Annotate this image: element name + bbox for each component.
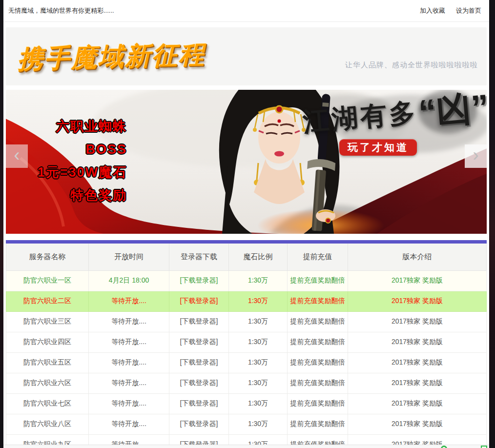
cell-version-info: 2017独家 奖励版: [348, 373, 487, 393]
table-row: 防官六职业七区 等待开放.... [下载登录器] 1:30万 提前充值奖励翻倍 …: [6, 393, 487, 414]
carousel-prev-icon[interactable]: ‹: [6, 144, 28, 168]
cell-open-time: 等待开放....: [89, 414, 169, 434]
bottom-edge-strip: [3, 445, 489, 448]
cell-open-time: 等待开放....: [89, 291, 169, 311]
banner-promo-text: 六职业蜘蛛BOSS 1元=30W魔石 特色奖励: [21, 115, 127, 207]
cell-stone-ratio: 1:30万: [229, 291, 288, 311]
table-row: 防官六职业五区 等待开放.... [下载登录器] 1:30万 提前充值奖励翻倍 …: [6, 352, 487, 373]
table-row: 防官六职业一区 4月2日 18:00 [下载登录器] 1:30万 提前充值奖励翻…: [6, 270, 487, 291]
cell-version-info: 2017独家 奖励版: [348, 414, 487, 434]
cell-pre-recharge: 提前充值奖励翻倍: [288, 291, 348, 311]
cell-version-info: 2017独家 奖励版: [348, 332, 487, 352]
table-header-row: 服务器名称 开放时间 登录器下载 魔石比例 提前充值 版本介绍: [6, 244, 487, 270]
cell-open-time: 等待开放....: [89, 311, 169, 332]
cell-version-info: 2017独家 奖励版: [348, 291, 487, 311]
cell-open-time: 等待开放....: [89, 393, 169, 414]
cell-pre-recharge: 提前充值奖励翻倍: [288, 352, 348, 373]
col-open-time: 开放时间: [89, 244, 169, 270]
cell-stone-ratio: 1:30万: [229, 332, 288, 352]
promo-line-2: 1元=30W魔石: [21, 161, 127, 184]
cell-server-name: 防官六职业二区: [6, 291, 89, 311]
add-favorite-link[interactable]: 加入收藏: [420, 6, 445, 15]
col-version-info: 版本介绍: [348, 244, 487, 270]
cell-server-name: 防官六职业六区: [6, 373, 89, 393]
cell-stone-ratio: 1:30万: [229, 373, 288, 393]
server-table: 服务器名称 开放时间 登录器下载 魔石比例 提前充值 版本介绍 防官六职业一区 …: [6, 244, 487, 448]
banner-badge: 玩了才知道: [339, 139, 417, 156]
top-bar: 无情魔域，魔域的世界有你更精彩...... 加入收藏 设为首页: [3, 0, 489, 22]
cell-pre-recharge: 提前充值奖励翻倍: [288, 311, 348, 332]
cell-version-info: 2017独家 奖励版: [348, 393, 487, 414]
col-server-name: 服务器名称: [6, 244, 89, 270]
cell-open-time: 4月2日 18:00: [89, 270, 169, 291]
banner-carousel[interactable]: 六职业蜘蛛BOSS 1元=30W魔石 特色奖励 江湖有多“凶” 玩了才知道 ‹ …: [6, 90, 487, 234]
table-row: 防官六职业八区 等待开放.... [下载登录器] 1:30万 提前充值奖励翻倍 …: [6, 414, 487, 434]
download-client-link[interactable]: [下载登录器]: [169, 332, 229, 352]
cell-pre-recharge: 提前充值奖励翻倍: [288, 270, 348, 291]
cell-server-name: 防官六职业七区: [6, 393, 89, 414]
cell-pre-recharge: 提前充值奖励翻倍: [288, 332, 348, 352]
site-logo: 携手魔域新征程: [17, 38, 206, 77]
cell-open-time: 等待开放....: [89, 332, 169, 352]
promo-line-1: 六职业蜘蛛BOSS: [21, 115, 127, 161]
col-stone-ratio: 魔石比例: [229, 244, 288, 270]
cell-version-info: 2017独家 奖励版: [348, 270, 487, 291]
table-accent-bar: [6, 240, 487, 244]
cell-stone-ratio: 1:30万: [229, 393, 288, 414]
cell-stone-ratio: 1:30万: [229, 270, 288, 291]
col-client-download: 登录器下载: [169, 244, 229, 270]
download-client-link[interactable]: [下载登录器]: [169, 373, 229, 393]
table-row: 防官六职业三区 等待开放.... [下载登录器] 1:30万 提前充值奖励翻倍 …: [6, 311, 487, 332]
cell-pre-recharge: 提前充值奖励翻倍: [288, 414, 348, 434]
cell-version-info: 2017独家 奖励版: [348, 311, 487, 332]
table-row: 防官六职业六区 等待开放.... [下载登录器] 1:30万 提前充值奖励翻倍 …: [6, 373, 487, 393]
cell-stone-ratio: 1:30万: [229, 414, 288, 434]
qr-widget-icon[interactable]: [481, 446, 487, 448]
col-pre-recharge: 提前充值: [288, 244, 348, 270]
cell-server-name: 防官六职业三区: [6, 311, 89, 332]
carousel-next-icon[interactable]: ›: [465, 144, 487, 168]
cell-server-name: 防官六职业五区: [6, 352, 89, 373]
cell-pre-recharge: 提前充值奖励翻倍: [288, 393, 348, 414]
download-client-link[interactable]: [下载登录器]: [169, 291, 229, 311]
download-client-link[interactable]: [下载登录器]: [169, 311, 229, 332]
header-slogan: 让华人品牌、感动全世界啦啦啦啦啦啦: [345, 61, 478, 70]
cell-stone-ratio: 1:30万: [229, 311, 288, 332]
site-slogan: 无情魔域，魔域的世界有你更精彩......: [8, 6, 114, 15]
download-client-link[interactable]: [下载登录器]: [169, 393, 229, 414]
server-table-section: 服务器名称 开放时间 登录器下载 魔石比例 提前充值 版本介绍 防官六职业一区 …: [6, 240, 487, 448]
page: 无情魔域，魔域的世界有你更精彩...... 加入收藏 设为首页 携手魔域新征程 …: [3, 0, 489, 448]
download-client-link[interactable]: [下载登录器]: [169, 270, 229, 291]
cell-server-name: 防官六职业八区: [6, 414, 89, 434]
promo-line-3: 特色奖励: [21, 184, 127, 207]
cell-server-name: 防官六职业一区: [6, 270, 89, 291]
cell-version-info: 2017独家 奖励版: [348, 352, 487, 373]
cell-stone-ratio: 1:30万: [229, 352, 288, 373]
cell-open-time: 等待开放....: [89, 352, 169, 373]
set-homepage-link[interactable]: 设为首页: [456, 6, 481, 15]
table-row: 防官六职业二区 等待开放.... [下载登录器] 1:30万 提前充值奖励翻倍 …: [6, 291, 487, 311]
table-row: 防官六职业四区 等待开放.... [下载登录器] 1:30万 提前充值奖励翻倍 …: [6, 332, 487, 352]
download-client-link[interactable]: [下载登录器]: [169, 414, 229, 434]
cell-pre-recharge: 提前充值奖励翻倍: [288, 373, 348, 393]
site-header: 携手魔域新征程 让华人品牌、感动全世界啦啦啦啦啦啦: [6, 27, 487, 85]
cell-open-time: 等待开放....: [89, 373, 169, 393]
cell-server-name: 防官六职业四区: [6, 332, 89, 352]
banner-title-emph: “凶”: [417, 90, 487, 132]
download-client-link[interactable]: [下载登录器]: [169, 352, 229, 373]
banner-title-main: 江湖有多: [302, 97, 419, 136]
